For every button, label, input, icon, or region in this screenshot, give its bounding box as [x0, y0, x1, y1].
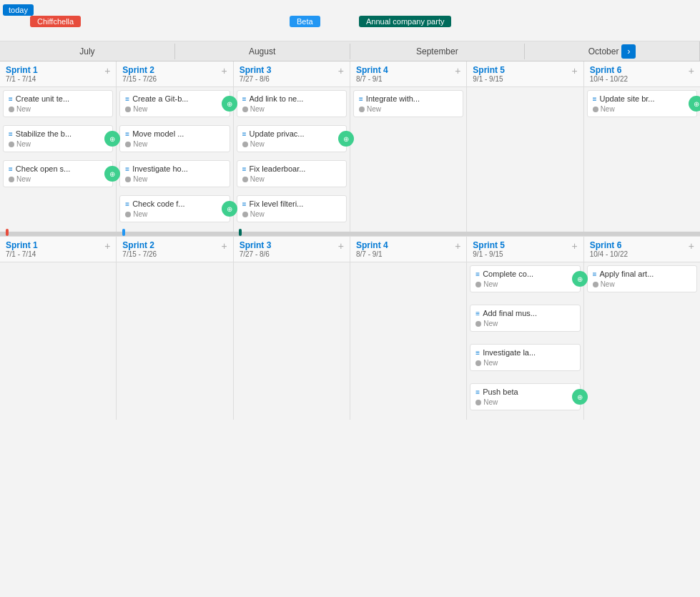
s2-sprint-6-add[interactable]: + — [689, 240, 694, 252]
status-dot — [9, 142, 14, 147]
s2-sprint-4-add[interactable]: + — [455, 240, 460, 252]
card-apply-final-art[interactable]: ≡ Apply final art... New — [587, 265, 697, 292]
card-doc-icon: ≡ — [125, 95, 129, 103]
card-doc-icon: ≡ — [593, 270, 597, 278]
s2-sprint-1-add[interactable]: + — [104, 240, 110, 252]
card-title: Complete co... — [483, 270, 533, 278]
sprint-5-header: Sprint 5 9/1 - 9/15 + — [467, 61, 583, 87]
s2-sprint-3-add[interactable]: + — [338, 240, 344, 252]
card-title: Push beta — [483, 388, 518, 396]
card-fix-leaderboard[interactable]: ≡ Fix leaderboar... New — [237, 160, 347, 187]
card-create-git[interactable]: ≡ Create a Git-b... ⊕ New — [119, 90, 230, 117]
link-badge[interactable]: ⊕ — [104, 166, 120, 182]
status-dot — [359, 107, 365, 112]
month-october: October › — [525, 41, 700, 61]
card-push-beta[interactable]: ≡ Push beta ⊕ New — [470, 383, 580, 410]
card-title: Fix level filteri... — [250, 199, 304, 208]
s2-sprint-6-header: Sprint 6 10/4 - 10/22 + — [584, 237, 700, 262]
link-badge[interactable]: ⊕ — [572, 389, 588, 405]
status-dot — [593, 107, 598, 112]
status-label: New — [483, 359, 498, 367]
card-doc-icon: ≡ — [242, 165, 247, 173]
today-button[interactable]: today — [3, 4, 34, 16]
link-badge[interactable]: ⊕ — [222, 96, 237, 112]
card-doc-icon: ≡ — [242, 130, 247, 138]
status-dot — [125, 107, 131, 112]
s2-sprint-3-header: Sprint 3 7/27 - 8/6 + — [234, 237, 350, 262]
link-badge[interactable]: ⊕ — [104, 131, 120, 147]
status-dot — [9, 107, 14, 112]
card-doc-icon: ≡ — [359, 95, 363, 103]
event-chip-chiffchella[interactable]: Chiffchella — [30, 16, 81, 27]
status-label: New — [16, 105, 31, 113]
card-title: Add final mus... — [483, 309, 537, 317]
card-integrate-with[interactable]: ≡ Integrate with... New — [353, 90, 463, 117]
sprint-1-dates: 7/1 - 7/14 — [6, 75, 38, 83]
card-doc-icon: ≡ — [9, 130, 13, 138]
card-doc-icon: ≡ — [125, 200, 129, 208]
sprint-2-title: Sprint 2 — [122, 65, 157, 75]
sprint-4-add[interactable]: + — [455, 65, 460, 77]
card-title: Investigate ho... — [132, 164, 188, 173]
card-title: Apply final art... — [599, 270, 654, 278]
status-dot — [242, 142, 248, 147]
sprint-2-dates: 7/15 - 7/26 — [122, 75, 157, 83]
card-move-model[interactable]: ≡ Move model ... New — [119, 125, 230, 152]
card-stabilize[interactable]: ≡ Stabilize the b... ⊕ New — [3, 125, 113, 152]
card-title: Integrate with... — [366, 94, 420, 103]
card-check-open[interactable]: ≡ Check open s... ⊕ New — [3, 160, 113, 187]
link-badge[interactable]: ⊕ — [222, 201, 237, 217]
card-check-code[interactable]: ≡ Check code f... ⊕ New — [119, 195, 230, 222]
nav-next-button[interactable]: › — [621, 44, 636, 59]
status-label: New — [483, 280, 498, 288]
status-label: New — [133, 140, 147, 148]
status-dot — [242, 212, 248, 217]
sprint-6-title: Sprint 6 — [590, 65, 628, 75]
link-badge[interactable]: ⊕ — [338, 131, 354, 147]
card-title: Stabilize the b... — [16, 129, 72, 138]
sprint-3-header: Sprint 3 7/27 - 8/6 + — [234, 61, 350, 87]
card-fix-level[interactable]: ≡ Fix level filteri... New — [237, 195, 347, 222]
card-investigate-ho[interactable]: ≡ Investigate ho... New — [119, 160, 230, 187]
sprint-3-add[interactable]: + — [338, 65, 344, 77]
sprint-6-dates: 10/4 - 10/22 — [590, 75, 628, 83]
status-label: New — [133, 210, 147, 218]
card-title: Check code f... — [132, 199, 184, 208]
status-dot — [475, 400, 481, 405]
s2-sprint-2-add[interactable]: + — [221, 240, 227, 252]
status-dot — [475, 360, 481, 366]
link-badge[interactable]: ⊕ — [572, 271, 588, 287]
sprint-2-add[interactable]: + — [221, 65, 227, 77]
sprint-4-dates: 8/7 - 9/1 — [356, 75, 388, 83]
event-chip-annual-party[interactable]: Annual company party — [359, 16, 451, 27]
card-doc-icon: ≡ — [9, 95, 13, 103]
link-badge[interactable]: ⊕ — [689, 96, 700, 112]
card-title: Move model ... — [132, 129, 184, 138]
status-label: New — [367, 105, 381, 113]
card-investigate-la[interactable]: ≡ Investigate la... New — [470, 344, 580, 371]
card-create-unit[interactable]: ≡ Create unit te... New — [3, 90, 113, 117]
month-july: July — [0, 44, 175, 59]
sprint-1-add[interactable]: + — [104, 65, 110, 77]
event-chip-beta[interactable]: Beta — [290, 16, 320, 27]
card-doc-icon: ≡ — [475, 388, 480, 396]
card-complete-co[interactable]: ≡ Complete co... ⊕ New — [470, 265, 580, 292]
card-update-privac[interactable]: ≡ Update privac... ⊕ New — [237, 125, 347, 152]
status-label: New — [250, 210, 265, 218]
card-add-link[interactable]: ≡ Add link to ne... New — [237, 90, 347, 117]
sprint-5-title: Sprint 5 — [473, 65, 505, 75]
card-update-site[interactable]: ≡ Update site br... ⊕ New — [587, 90, 697, 117]
card-title: Update privac... — [250, 129, 305, 138]
s2-sprint-2-header: Sprint 2 7/15 - 7/26 + — [117, 237, 233, 262]
s2-sprint-4-header: Sprint 4 8/7 - 9/1 + — [350, 237, 467, 262]
status-dot — [125, 142, 131, 147]
sprint-5-add[interactable]: + — [571, 65, 577, 77]
sprint-6-add[interactable]: + — [689, 65, 694, 77]
status-label: New — [16, 140, 31, 148]
s2-sprint-5-add[interactable]: + — [571, 240, 577, 252]
card-add-final-mus[interactable]: ≡ Add final mus... New — [470, 305, 580, 332]
card-doc-icon: ≡ — [475, 310, 480, 317]
card-doc-icon: ≡ — [242, 200, 247, 208]
card-doc-icon: ≡ — [593, 95, 597, 103]
status-label: New — [483, 320, 498, 327]
